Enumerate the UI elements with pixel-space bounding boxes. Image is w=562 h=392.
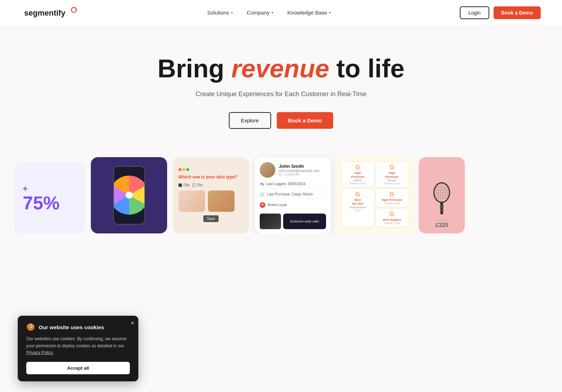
svg-text:segmentify: segmentify bbox=[24, 9, 66, 17]
quiz-card: Which one is your skin type? Oily Dry Sa… bbox=[173, 157, 249, 233]
spinner-center bbox=[126, 192, 133, 199]
quiz-options: Oily Dry bbox=[178, 183, 243, 187]
g2-logo-1: G bbox=[390, 164, 394, 171]
award-badge-0: G High Performer EMEA SPRING 2024 bbox=[342, 162, 374, 187]
product-card: £320 bbox=[419, 157, 465, 233]
hero-subtitle: Create Unique Experiences for Each Custo… bbox=[195, 90, 367, 98]
sale-section: Exclusive early sale! bbox=[260, 214, 326, 229]
dry-checkbox[interactable] bbox=[192, 183, 196, 187]
last-logged-row: 🛍 Last Logged: 28/05/2024 bbox=[260, 181, 326, 188]
product-price-section: £320 bbox=[433, 220, 451, 228]
racket-svg bbox=[428, 178, 456, 217]
quiz-header bbox=[178, 168, 243, 171]
navigation: segmentify Solutions ▾ Company ▾ Knowled… bbox=[0, 0, 562, 26]
nav-actions: Login Book a Demo bbox=[460, 6, 541, 19]
stats-percent: 75% bbox=[23, 194, 77, 212]
hero-buttons: Explore Book a Demo bbox=[229, 112, 334, 129]
status-row: ❤ Active Loyal bbox=[260, 201, 326, 209]
sale-banner: Exclusive early sale! bbox=[283, 214, 326, 229]
quiz-dots bbox=[178, 168, 189, 171]
quiz-save-button[interactable]: Save bbox=[203, 215, 219, 222]
profile-top: John Smith john.smith@example.com ID: 12… bbox=[260, 162, 326, 178]
title-revenue: revenue bbox=[231, 54, 329, 83]
phone-frame bbox=[113, 166, 145, 225]
g2-logo-4: G bbox=[390, 211, 394, 217]
nav-company[interactable]: Company ▾ bbox=[247, 10, 273, 16]
profile-avatar bbox=[260, 162, 275, 178]
g2-logo-2: G bbox=[356, 191, 360, 198]
logo[interactable]: segmentify bbox=[21, 6, 78, 20]
g2-logo-3: G bbox=[390, 191, 394, 198]
spinner-arrow bbox=[127, 166, 131, 167]
quiz-images bbox=[178, 191, 243, 212]
svg-rect-15 bbox=[440, 202, 443, 214]
dry-image bbox=[208, 191, 235, 212]
explore-button[interactable]: Explore bbox=[229, 112, 271, 129]
bag-icon: 🛒 bbox=[260, 192, 265, 197]
awards-grid: G High Performer EMEA SPRING 2024 G High… bbox=[342, 162, 408, 227]
logo-svg: segmentify bbox=[21, 6, 78, 20]
quiz-question: Which one is your skin type? bbox=[178, 175, 243, 180]
product-price: £320 bbox=[435, 222, 448, 228]
product-thumbnail bbox=[260, 214, 281, 229]
stats-plus: + bbox=[23, 184, 77, 194]
status-icon: ❤ bbox=[260, 202, 265, 208]
chevron-down-icon: ▾ bbox=[231, 11, 233, 15]
last-purchase-row: 🛒 Last Purchase: Cargo Shorts bbox=[260, 191, 326, 198]
title-bring: Bring bbox=[158, 54, 231, 83]
profile-id: ID: 123456789 bbox=[279, 173, 320, 176]
oily-image bbox=[178, 191, 205, 212]
profile-card: John Smith john.smith@example.com ID: 12… bbox=[255, 157, 331, 233]
dot-yellow bbox=[182, 168, 185, 171]
award-badge-4: G Best Support SPRING 2024 bbox=[376, 209, 408, 227]
nav-links: Solutions ▾ Company ▾ Knowledge Base ▾ bbox=[207, 10, 331, 16]
quiz-option-oily: Oily bbox=[178, 183, 189, 187]
profile-info: John Smith john.smith@example.com ID: 12… bbox=[279, 164, 320, 176]
award-badge-1: G High Performer Europe SPRING 2024 bbox=[376, 162, 408, 187]
svg-point-2 bbox=[76, 9, 77, 11]
title-tolife: to life bbox=[329, 54, 404, 83]
nav-knowledge-base[interactable]: Knowledge Base ▾ bbox=[287, 10, 331, 16]
calendar-icon: 🛍 bbox=[260, 182, 264, 187]
profile-name: John Smith bbox=[279, 164, 320, 169]
login-button[interactable]: Login bbox=[460, 6, 489, 19]
award-badge-2: G Best Est. ROI Small Business 2024 bbox=[342, 189, 374, 227]
quiz-option-dry: Dry bbox=[192, 183, 203, 187]
dot-red bbox=[178, 168, 181, 171]
book-demo-nav-button[interactable]: Book a Demo bbox=[494, 6, 541, 19]
dot-green bbox=[186, 168, 189, 171]
oily-checkbox[interactable] bbox=[178, 183, 182, 187]
nav-solutions[interactable]: Solutions ▾ bbox=[207, 10, 233, 16]
stats-card: + 75% bbox=[14, 162, 85, 233]
hero-title: Bring revenue to life bbox=[158, 54, 404, 83]
svg-rect-16 bbox=[440, 206, 444, 208]
phone-spinner-card bbox=[91, 157, 167, 233]
book-demo-hero-button[interactable]: Book a Demo bbox=[277, 112, 334, 129]
cards-strip: + 75% Which one is your skin type? Oily bbox=[0, 150, 562, 233]
profile-email: john.smith@example.com bbox=[279, 169, 320, 173]
hero-section: Bring revenue to life Create Unique Expe… bbox=[0, 26, 562, 150]
g2-logo-0: G bbox=[356, 164, 360, 171]
award-badge-3: G High Performer SPRING 2024 bbox=[376, 189, 408, 207]
chevron-down-icon: ▾ bbox=[271, 11, 273, 15]
svg-rect-17 bbox=[440, 209, 444, 211]
chevron-down-icon: ▾ bbox=[329, 11, 331, 15]
awards-card: G High Performer EMEA SPRING 2024 G High… bbox=[337, 157, 413, 233]
product-line bbox=[433, 220, 451, 221]
